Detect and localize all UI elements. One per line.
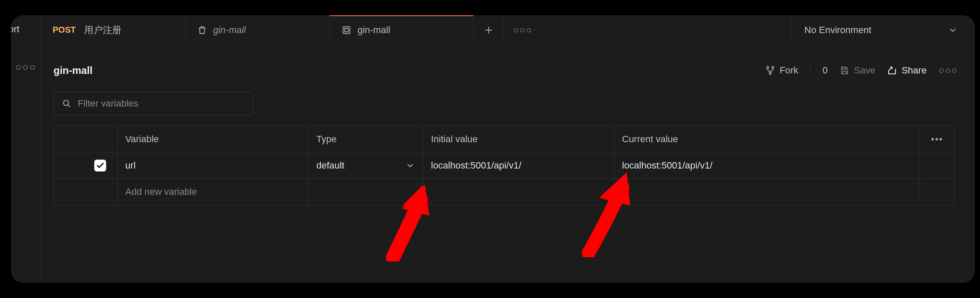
trash-icon [197,25,207,35]
variable-enabled-checkbox[interactable] [94,160,106,171]
page-title: gin-mall [54,65,93,76]
sidebar-more-icon[interactable]: ○○○ [15,61,37,73]
svg-point-4 [769,73,771,74]
variable-current-value: localhost:5001/api/v1/ [622,160,712,171]
environment-selector[interactable]: No Environment [791,15,975,45]
svg-rect-0 [343,27,350,34]
save-icon [839,65,850,76]
http-method-badge: POST [53,25,76,35]
page-more-button[interactable]: ○○○ [938,65,958,76]
add-row-type-cell [309,179,423,205]
fork-button[interactable]: Fork [765,65,798,76]
variables-table: Variable Type Initial value Current valu… [54,126,955,205]
tab-label: 用户注册 [84,24,121,37]
col-variable-header: Variable [118,126,309,152]
variables-table-header: Variable Type Initial value Current valu… [54,126,954,152]
tab-collection-gin-mall[interactable]: gin-mall [185,15,329,45]
save-label: Save [854,65,875,76]
page-header: gin-mall Fork 0 Save Share ○○○ [54,58,958,83]
svg-rect-1 [345,28,348,32]
add-row-initial-cell [423,179,614,205]
add-variable-placeholder[interactable]: Add new variable [118,179,309,205]
share-icon [887,65,897,76]
fork-icon [765,65,775,76]
variable-row: url default localhost:5001/api/v1/ local… [54,152,954,179]
add-variable-row[interactable]: Add new variable [54,179,954,205]
tab-label: gin-mall [358,25,390,36]
col-current-header: Current value [614,126,920,152]
share-button[interactable]: Share [887,65,926,76]
share-label: Share [901,65,926,76]
header-actions: Fork 0 Save Share ○○○ [765,65,958,76]
variable-current-cell[interactable]: localhost:5001/api/v1/ [614,152,920,178]
chevron-down-icon [948,25,958,35]
tab-strip: POST 用户注册 gin-mall gin-mall ○○○ No Envir… [41,15,975,45]
col-initial-header: Initial value [423,126,614,152]
left-sidebar-sliver: ort ○○○ [11,15,41,283]
tab-environment-gin-mall[interactable]: gin-mall [329,15,474,45]
variable-initial-value: localhost:5001/api/v1/ [431,160,521,171]
fork-label: Fork [780,65,798,76]
variable-type-select[interactable]: default [309,152,423,178]
variable-row-checkbox-cell [54,152,118,178]
variable-row-spacer [920,152,954,178]
variable-initial-cell[interactable]: localhost:5001/api/v1/ [423,152,614,178]
check-icon [96,161,104,170]
plus-icon [484,25,494,35]
col-checkbox-header [54,126,118,152]
divider [810,65,811,76]
add-row-spacer [920,179,954,205]
add-row-checkbox-cell [54,179,118,205]
fork-count: 0 [822,65,828,76]
environment-icon [341,25,352,35]
sidebar-cut-label: ort [11,24,20,35]
environment-selector-label: No Environment [804,25,871,36]
filter-variables-input[interactable] [78,98,245,109]
svg-point-3 [772,67,774,68]
variable-type-value: default [316,160,344,171]
table-header-more-icon: ••• [931,134,943,145]
add-row-current-cell [614,179,920,205]
variable-name-cell[interactable]: url [118,152,309,178]
search-icon [62,98,72,109]
col-menu-header[interactable]: ••• [920,126,954,152]
filter-variables-wrap[interactable] [54,92,253,115]
col-type-header: Type [309,126,423,152]
svg-point-5 [64,101,69,106]
tab-label: gin-mall [213,25,246,36]
svg-point-2 [767,67,769,68]
save-button[interactable]: Save [839,65,875,76]
new-tab-button[interactable] [474,15,504,45]
tabs-overflow-button[interactable]: ○○○ [504,15,542,45]
variable-name-value: url [125,160,135,171]
chevron-down-icon [405,160,415,171]
tab-request-user-register[interactable]: POST 用户注册 [41,15,185,45]
app-shell: ort ○○○ POST 用户注册 gin-mall gin-mall ○○○ … [11,15,975,283]
